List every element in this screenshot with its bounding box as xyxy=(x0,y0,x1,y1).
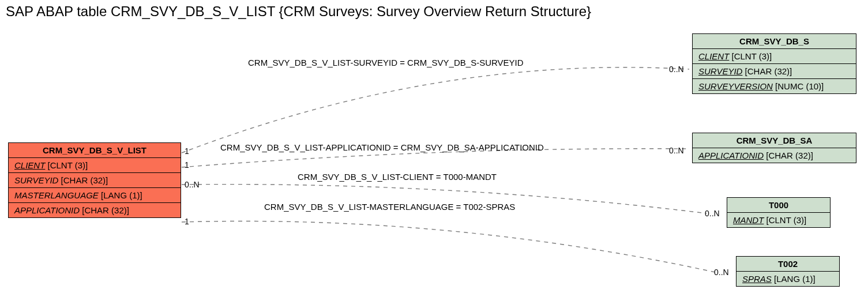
entity-crm-svy-db-sa: CRM_SVY_DB_SA APPLICATIONID [CHAR (32)] xyxy=(692,133,856,163)
entity-field: SURVEYVERSION [NUMC (10)] xyxy=(693,79,856,93)
entity-main-header: CRM_SVY_DB_S_V_LIST xyxy=(9,143,181,158)
entity-t000: T000 MANDT [CLNT (3)] xyxy=(727,197,831,228)
entity-main-field: CLIENT [CLNT (3)] xyxy=(9,158,181,173)
field-name: SURVEYVERSION xyxy=(698,81,773,91)
relation-label-r4: CRM_SVY_DB_S_V_LIST-MASTERLANGUAGE = T00… xyxy=(264,202,515,212)
entity-field: MANDT [CLNT (3)] xyxy=(727,213,830,227)
field-type: [LANG (1)] xyxy=(101,190,142,200)
entity-field: SPRAS [LANG (1)] xyxy=(737,272,839,286)
entity-crm-svy-db-s: CRM_SVY_DB_S CLIENT [CLNT (3)] SURVEYID … xyxy=(692,33,856,94)
entity-main-field: SURVEYID [CHAR (32)] xyxy=(9,173,181,188)
card-right-r4: 0..N xyxy=(714,268,729,277)
field-type: [CLNT (3)] xyxy=(732,51,772,61)
card-right-r1: 0..N xyxy=(669,65,684,74)
entity-header: T002 xyxy=(737,257,839,272)
field-name: CLIENT xyxy=(14,160,45,170)
field-type: [CLNT (3)] xyxy=(766,215,807,225)
card-left-r3: 0..N xyxy=(185,180,200,189)
card-left-r2: 1 xyxy=(185,160,189,170)
field-name: MASTERLANGUAGE xyxy=(14,190,99,200)
entity-header: CRM_SVY_DB_SA xyxy=(693,133,856,148)
page-title: SAP ABAP table CRM_SVY_DB_S_V_LIST {CRM … xyxy=(6,3,591,20)
field-type: [LANG (1)] xyxy=(774,274,816,284)
field-type: [CHAR (32)] xyxy=(745,66,792,76)
field-name: APPLICATIONID xyxy=(698,151,764,160)
entity-header: T000 xyxy=(727,198,830,213)
entity-main: CRM_SVY_DB_S_V_LIST CLIENT [CLNT (3)] SU… xyxy=(8,142,181,218)
field-type: [CHAR (32)] xyxy=(61,175,108,185)
relation-label-r2: CRM_SVY_DB_S_V_LIST-APPLICATIONID = CRM_… xyxy=(220,142,544,152)
card-left-r1: 1 xyxy=(185,146,189,156)
entity-field: APPLICATIONID [CHAR (32)] xyxy=(693,148,856,163)
entity-t002: T002 SPRAS [LANG (1)] xyxy=(736,256,840,287)
entity-header: CRM_SVY_DB_S xyxy=(693,34,856,49)
card-right-r3: 0..N xyxy=(705,209,720,218)
field-name: MANDT xyxy=(733,215,764,225)
field-type: [CLNT (3)] xyxy=(48,160,88,170)
field-type: [CHAR (32)] xyxy=(82,205,129,215)
entity-main-field: APPLICATIONID [CHAR (32)] xyxy=(9,203,181,217)
entity-field: SURVEYID [CHAR (32)] xyxy=(693,64,856,79)
line-r1 xyxy=(182,67,689,153)
field-name: SPRAS xyxy=(742,274,772,284)
entity-field: CLIENT [CLNT (3)] xyxy=(693,49,856,64)
field-name: SURVEYID xyxy=(14,175,58,185)
entity-main-field: MASTERLANGUAGE [LANG (1)] xyxy=(9,188,181,203)
field-type: [CHAR (32)] xyxy=(766,151,813,160)
field-name: SURVEYID xyxy=(698,66,742,76)
relation-label-r3: CRM_SVY_DB_S_V_LIST-CLIENT = T000-MANDT xyxy=(298,172,497,182)
card-right-r2: 0..N xyxy=(669,146,684,155)
line-r4 xyxy=(182,221,715,272)
card-left-r4: 1 xyxy=(185,217,189,226)
field-type: [NUMC (10)] xyxy=(775,81,824,91)
field-name: CLIENT xyxy=(698,51,729,61)
field-name: APPLICATIONID xyxy=(14,205,80,215)
relation-label-r1: CRM_SVY_DB_S_V_LIST-SURVEYID = CRM_SVY_D… xyxy=(248,58,524,67)
